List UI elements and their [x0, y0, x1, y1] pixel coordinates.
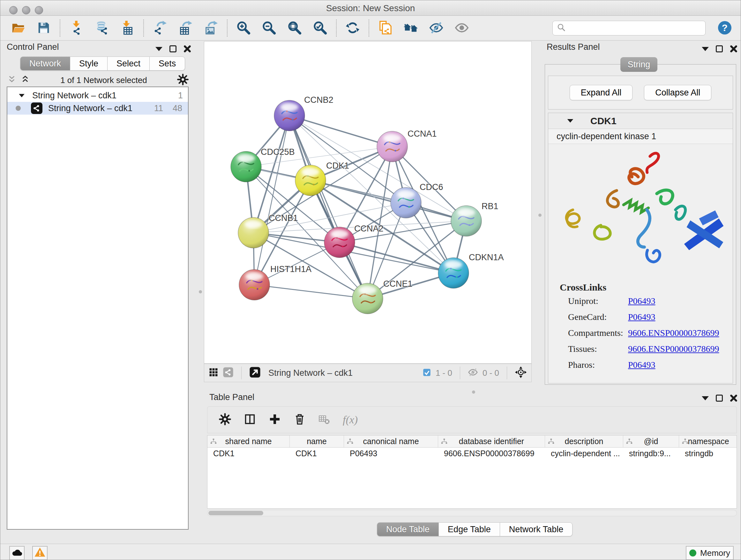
export-table-button[interactable]	[177, 20, 194, 37]
table-panel-float-icon[interactable]	[702, 396, 709, 400]
tab-sets[interactable]: Sets	[150, 57, 185, 71]
results-panel-maximize-icon[interactable]	[716, 45, 723, 52]
save-session-button[interactable]	[36, 20, 52, 37]
refresh-layout-button[interactable]	[344, 20, 361, 37]
edge-HIST1H1A-CCNE1[interactable]	[254, 285, 367, 299]
zoom-out-button[interactable]	[261, 20, 277, 37]
network-canvas[interactable]: CCNB2CCNA1CDC25BCDK1CDC6RB1CCNB1CCNA2CDK…	[204, 41, 532, 364]
network-node-HIST1H1A[interactable]	[239, 269, 270, 300]
cloud-button[interactable]	[9, 546, 24, 560]
control-panel-close-icon[interactable]	[184, 45, 191, 53]
crosslink-value-link[interactable]: P06493	[628, 312, 656, 322]
crosslink-row: Pharos:P06493	[568, 360, 733, 370]
column-label: shared name	[225, 437, 272, 446]
delete-column-icon[interactable]	[293, 413, 306, 427]
clone-network-button[interactable]	[377, 20, 394, 37]
tab-style[interactable]: Style	[70, 57, 108, 71]
tab-network[interactable]: Network	[20, 57, 70, 71]
network-node-CDK1[interactable]	[295, 165, 326, 196]
tab-node-table[interactable]: Node Table	[377, 522, 439, 537]
birds-eye-view-icon[interactable]	[515, 366, 527, 380]
tab-network-table[interactable]: Network Table	[500, 522, 573, 537]
scrollbar-thumb[interactable]	[208, 511, 263, 515]
home-button[interactable]	[402, 20, 419, 37]
column-tree-icon	[210, 438, 217, 447]
collapse-all-networks-icon[interactable]	[7, 74, 17, 86]
control-panel-float-icon[interactable]	[155, 47, 162, 51]
zoom-in-icon	[236, 20, 251, 36]
crosslink-value-link[interactable]: 9606.ENSP00000378699	[628, 344, 719, 354]
network-node-CCNE1[interactable]	[352, 283, 383, 314]
collapse-all-button[interactable]: Collapse All	[644, 85, 711, 100]
export-network-button[interactable]	[151, 20, 168, 37]
table-panel-close-icon[interactable]	[730, 394, 738, 402]
grid-view-icon[interactable]	[209, 368, 218, 378]
crosslink-value-link[interactable]: P06493	[628, 296, 656, 306]
results-panel-float-icon[interactable]	[702, 47, 709, 51]
network-node-CDC25B[interactable]	[231, 151, 261, 182]
protein-card-header[interactable]: CDK1	[548, 113, 733, 129]
add-column-icon[interactable]	[269, 413, 281, 427]
column-header--id[interactable]: @id	[623, 435, 679, 447]
table-options-gear-icon[interactable]	[219, 413, 231, 427]
expand-all-button[interactable]: Expand All	[569, 85, 633, 100]
export-image-button[interactable]	[203, 20, 219, 37]
zoom-selected-button[interactable]	[312, 20, 328, 37]
search-box[interactable]	[552, 21, 705, 36]
column-header-name[interactable]: name	[290, 435, 344, 447]
bottom-splitter-handle[interactable]	[472, 390, 475, 394]
column-header-shared-name[interactable]: shared name	[207, 435, 290, 447]
control-panel-title: Control Panel	[7, 42, 59, 52]
tab-edge-table[interactable]: Edge Table	[439, 522, 500, 537]
hide-items-button[interactable]	[428, 20, 445, 37]
network-node-CDKN1A[interactable]	[438, 258, 469, 288]
help-button[interactable]: ?	[717, 20, 733, 37]
tab-select[interactable]: Select	[108, 57, 150, 71]
left-splitter-handle[interactable]	[199, 290, 202, 294]
network-collection-label: String Network – cdk1	[32, 91, 117, 101]
expand-all-networks-icon[interactable]	[20, 74, 30, 86]
function-builder-icon: f(x)	[343, 414, 358, 426]
table-row[interactable]: CDK1CDK1P064939606.ENSP00000378699cyclin…	[207, 448, 737, 459]
detach-view-icon[interactable]	[249, 367, 261, 379]
open-session-button[interactable]	[10, 20, 26, 37]
control-panel-maximize-icon[interactable]	[170, 45, 177, 52]
warnings-button[interactable]	[32, 546, 48, 560]
tree-expander-icon[interactable]	[19, 94, 24, 97]
network-view-share-icon[interactable]	[223, 367, 233, 379]
import-database-button[interactable]	[93, 20, 110, 37]
network-collection-row[interactable]: String Network – cdk1 1	[7, 89, 188, 102]
column-header-description[interactable]: description	[545, 435, 623, 447]
edge-CCNB2-CCNA1[interactable]	[289, 116, 392, 146]
tab-string[interactable]: String	[620, 57, 657, 72]
results-panel-close-icon[interactable]	[730, 45, 738, 53]
column-header-database-identifier[interactable]: database identifier	[438, 435, 545, 447]
search-input[interactable]	[569, 23, 701, 33]
protein-collapse-icon[interactable]	[567, 119, 574, 123]
table-horizontal-scrollbar[interactable]	[207, 510, 737, 516]
selected-checkbox-icon[interactable]	[422, 368, 431, 378]
network-node-CDC6[interactable]	[391, 187, 421, 218]
zoom-fit-button[interactable]	[286, 20, 303, 37]
crosslink-value-link[interactable]: P06493	[628, 360, 656, 370]
right-splitter-handle[interactable]	[538, 213, 542, 217]
network-node-CCNA1[interactable]	[377, 131, 408, 162]
import-network-button[interactable]	[68, 20, 84, 37]
show-columns-icon[interactable]	[244, 413, 256, 427]
crosslink-value-link[interactable]: 9606.ENSP00000378699	[628, 328, 719, 338]
hidden-items-icon[interactable]	[468, 367, 478, 379]
column-header-canonical-name[interactable]: canonical name	[344, 435, 438, 447]
import-table-button[interactable]	[119, 20, 136, 37]
edge-CCNB2-HIST1H1A[interactable]	[254, 116, 289, 285]
column-header-namespace[interactable]: namespace	[679, 435, 737, 447]
network-row-selected[interactable]: String Network – cdk1 11 48	[7, 102, 188, 115]
table-panel-maximize-icon[interactable]	[716, 395, 723, 401]
network-node-CCNB2[interactable]	[274, 100, 305, 131]
network-node-RB1[interactable]	[451, 206, 482, 236]
network-node-CCNA2[interactable]	[324, 227, 355, 258]
network-node-CCNB1[interactable]	[238, 217, 269, 248]
network-options-gear-icon[interactable]	[177, 74, 189, 86]
zoom-in-button[interactable]	[235, 20, 252, 37]
show-items-button[interactable]	[454, 20, 470, 37]
memory-button[interactable]: Memory	[686, 546, 734, 560]
